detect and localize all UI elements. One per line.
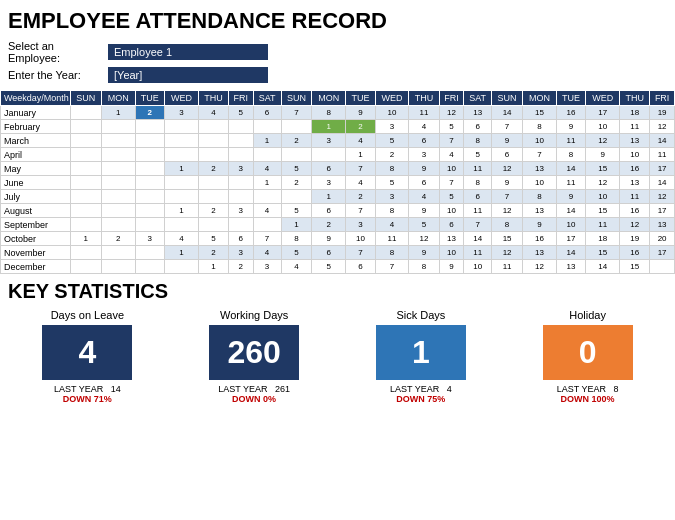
year-input[interactable]: [Year] (108, 67, 268, 83)
day-cell: 11 (620, 190, 650, 204)
day-cell (101, 246, 135, 260)
day-cell: 11 (620, 120, 650, 134)
month-name-cell: April (1, 148, 71, 162)
day-cell: 12 (586, 176, 620, 190)
day-cell: 12 (586, 134, 620, 148)
day-cell: 6 (464, 120, 492, 134)
day-cell: 1 (165, 246, 199, 260)
day-cell: 13 (650, 218, 675, 232)
day-cell (70, 176, 101, 190)
month-name-cell: February (1, 120, 71, 134)
col-thu2: THU (409, 91, 439, 106)
stat-change: DOWN 75% (396, 394, 445, 404)
day-cell: 3 (165, 106, 199, 120)
day-cell: 9 (492, 134, 523, 148)
day-cell: 7 (464, 218, 492, 232)
day-cell: 5 (312, 260, 346, 274)
day-cell: 7 (492, 190, 523, 204)
month-name-cell: May (1, 162, 71, 176)
stat-value-box: 4 (42, 325, 132, 380)
day-cell: 6 (464, 190, 492, 204)
day-cell: 11 (586, 218, 620, 232)
day-cell (101, 162, 135, 176)
day-cell (135, 260, 165, 274)
table-row: March1234567891011121314 (1, 134, 675, 148)
col-sat2: SAT (464, 91, 492, 106)
day-cell: 7 (492, 120, 523, 134)
day-cell: 6 (346, 260, 376, 274)
day-cell: 7 (281, 106, 312, 120)
employee-input[interactable]: Employee 1 (108, 44, 268, 60)
day-cell: 1 (198, 260, 228, 274)
day-cell: 9 (346, 106, 376, 120)
day-cell: 16 (620, 204, 650, 218)
day-cell (135, 120, 165, 134)
day-cell: 19 (620, 232, 650, 246)
day-cell: 1 (253, 176, 281, 190)
day-cell: 11 (556, 134, 586, 148)
day-cell (198, 120, 228, 134)
stat-card: Working Days 260 LAST YEAR 261 DOWN 0% (175, 309, 334, 404)
day-cell (70, 246, 101, 260)
day-cell: 8 (375, 246, 409, 260)
month-name-cell: September (1, 218, 71, 232)
day-cell: 3 (409, 148, 439, 162)
day-cell: 2 (198, 162, 228, 176)
day-cell (198, 148, 228, 162)
day-cell (70, 162, 101, 176)
day-cell: 6 (229, 232, 254, 246)
day-cell: 5 (439, 190, 464, 204)
day-cell: 3 (346, 218, 376, 232)
day-cell: 3 (375, 120, 409, 134)
day-cell: 9 (409, 246, 439, 260)
day-cell: 4 (409, 190, 439, 204)
day-cell: 12 (650, 120, 675, 134)
day-cell: 4 (253, 246, 281, 260)
day-cell: 15 (492, 232, 523, 246)
day-cell (101, 148, 135, 162)
day-cell: 8 (409, 260, 439, 274)
day-cell: 11 (464, 162, 492, 176)
col-sun1: SUN (70, 91, 101, 106)
day-cell: 2 (135, 106, 165, 120)
stat-card: Holiday 0 LAST YEAR 8 DOWN 100% (508, 309, 667, 404)
day-cell: 11 (556, 176, 586, 190)
day-cell: 2 (312, 218, 346, 232)
day-cell: 4 (439, 148, 464, 162)
day-cell: 3 (312, 134, 346, 148)
col-tue3: TUE (556, 91, 586, 106)
day-cell: 10 (586, 190, 620, 204)
day-cell (101, 120, 135, 134)
month-name-cell: November (1, 246, 71, 260)
stats-cards-container: Days on Leave 4 LAST YEAR 14 DOWN 71% Wo… (8, 309, 667, 404)
day-cell (70, 204, 101, 218)
day-cell: 3 (229, 162, 254, 176)
day-cell: 3 (135, 232, 165, 246)
day-cell: 3 (229, 204, 254, 218)
day-cell (165, 134, 199, 148)
stat-change: DOWN 100% (561, 394, 615, 404)
col-wed3: WED (586, 91, 620, 106)
stat-last-year: LAST YEAR 8 (557, 384, 619, 394)
day-cell: 4 (409, 120, 439, 134)
day-cell: 17 (650, 162, 675, 176)
day-cell (281, 120, 312, 134)
day-cell: 10 (375, 106, 409, 120)
day-cell (165, 120, 199, 134)
day-cell: 3 (229, 246, 254, 260)
day-cell: 7 (253, 232, 281, 246)
day-cell: 2 (346, 120, 376, 134)
day-cell: 4 (346, 134, 376, 148)
day-cell: 6 (253, 106, 281, 120)
day-cell: 10 (586, 120, 620, 134)
day-cell: 12 (523, 260, 557, 274)
day-cell: 16 (620, 162, 650, 176)
day-cell: 17 (556, 232, 586, 246)
day-cell (70, 190, 101, 204)
calendar-header-row: Weekday/Month SUN MON TUE WED THU FRI SA… (1, 91, 675, 106)
day-cell: 10 (346, 232, 376, 246)
day-cell: 4 (253, 204, 281, 218)
stat-change: DOWN 0% (232, 394, 276, 404)
day-cell: 2 (198, 204, 228, 218)
day-cell: 4 (346, 176, 376, 190)
